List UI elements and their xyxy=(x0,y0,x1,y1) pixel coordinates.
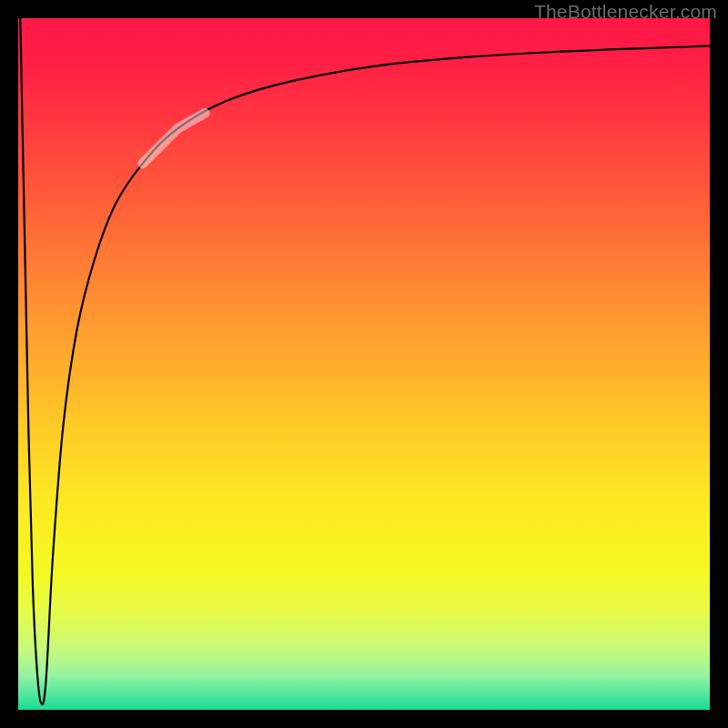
bottleneck-curve xyxy=(20,18,710,704)
chart-container: TheBottlenecker.com xyxy=(0,0,728,728)
curve-highlight-segment xyxy=(143,113,205,163)
plot-area xyxy=(18,18,710,710)
curve-svg xyxy=(18,18,710,710)
